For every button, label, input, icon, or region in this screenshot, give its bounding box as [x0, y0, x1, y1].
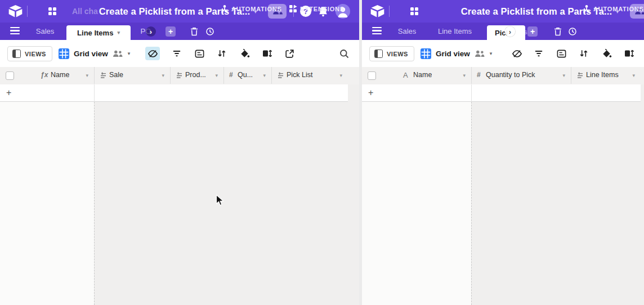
column-header-row: ƒx Name ▾ Sale ▾ Prod... ▾ # Qu... ▾ — [0, 67, 359, 85]
linked-record-icon — [176, 72, 183, 79]
grid-view-icon — [59, 48, 69, 59]
tab-scroll-right-button[interactable]: › — [505, 26, 515, 37]
column-caret-icon[interactable]: ▾ — [632, 73, 635, 78]
mouse-cursor — [216, 194, 225, 207]
view-toolbar: VIEWS Grid view ▾ — [0, 40, 359, 68]
automations-button[interactable]: AUTOMATIONS — [221, 0, 282, 17]
number-icon: # — [229, 71, 233, 79]
select-all-checkbox[interactable] — [6, 71, 14, 80]
hide-fields-button[interactable] — [145, 47, 160, 60]
column-header-line-items[interactable]: Line Items ▾ — [571, 67, 641, 84]
column-header-quantity[interactable]: # Qu... ▾ — [223, 67, 272, 84]
trash-icon[interactable] — [190, 27, 198, 36]
collaborators-icon — [113, 50, 123, 57]
side-panel-icon — [374, 50, 383, 58]
grid-rows-area: + — [362, 84, 644, 102]
eye-slash-icon — [512, 48, 522, 59]
column-caret-icon[interactable]: ▾ — [463, 73, 466, 78]
apps-grid-icon[interactable] — [410, 7, 418, 15]
share-view-button[interactable] — [282, 47, 297, 60]
group-icon — [556, 48, 567, 59]
column-header-quantity-to-pick[interactable]: # Quantity to Pick ▾ — [471, 67, 571, 84]
column-caret-icon[interactable]: ▾ — [562, 73, 565, 78]
column-caret-icon[interactable]: ▾ — [339, 73, 342, 78]
hide-fields-button[interactable] — [509, 47, 524, 60]
column-caret-icon[interactable]: ▾ — [86, 73, 88, 78]
trash-icon[interactable] — [554, 27, 562, 36]
header-divider — [27, 6, 28, 17]
linked-record-icon — [100, 72, 107, 79]
column-header-row: A Name ▾ # Quantity to Pick ▾ Line Items… — [362, 67, 644, 85]
sidebar-menu-icon[interactable] — [10, 27, 20, 34]
grid-empty-area — [0, 102, 359, 305]
sort-button[interactable] — [576, 47, 591, 60]
sort-icon — [217, 48, 227, 59]
add-row[interactable] — [0, 84, 348, 102]
color-button[interactable] — [237, 47, 252, 60]
group-button[interactable] — [192, 47, 207, 60]
column-caret-icon[interactable]: ▾ — [263, 73, 266, 78]
filter-button[interactable] — [531, 47, 546, 60]
column-caret-icon[interactable]: ▾ — [215, 73, 218, 78]
view-switcher[interactable]: Grid view ▾ — [59, 40, 130, 67]
group-icon — [194, 48, 205, 59]
side-panel-icon — [12, 50, 21, 58]
add-table-button[interactable]: + — [527, 26, 538, 37]
column-header-product[interactable]: Prod... ▾ — [170, 67, 224, 84]
table-tab-bar: Sales Line Items ▾ PO — [0, 23, 359, 40]
tab-caret-icon[interactable]: ▾ — [117, 30, 120, 35]
search-button[interactable] — [337, 47, 351, 60]
column-header-sale[interactable]: Sale ▾ — [94, 67, 171, 84]
scrollable-pane-background — [94, 102, 359, 305]
tab-scroll-right-button[interactable]: › — [146, 26, 156, 37]
grid-empty-area — [362, 102, 644, 305]
column-header-pick-list[interactable]: Pick List ▾ — [271, 67, 348, 84]
tab-sales[interactable]: Sales — [391, 23, 423, 40]
tab-line-items[interactable]: Line Items ▾ — [66, 25, 131, 40]
grid-rows-area: + — [0, 84, 359, 102]
filter-icon — [172, 48, 182, 59]
add-row-button[interactable]: + — [6, 88, 11, 98]
add-row-button[interactable]: + — [368, 88, 373, 98]
select-all-checkbox[interactable] — [368, 71, 376, 80]
tab-line-items[interactable]: Line Items — [432, 23, 477, 40]
automations-icon — [221, 5, 229, 14]
sidebar-menu-icon[interactable] — [372, 27, 382, 34]
history-icon[interactable] — [205, 27, 214, 36]
row-height-button[interactable] — [621, 47, 636, 60]
history-icon[interactable] — [568, 27, 577, 36]
group-button[interactable] — [554, 47, 569, 60]
collaborators-icon — [475, 50, 485, 57]
color-button[interactable] — [599, 47, 614, 60]
column-header-name[interactable]: A Name ▾ — [362, 67, 472, 84]
views-toggle-button[interactable]: VIEWS — [7, 46, 52, 61]
view-switcher[interactable]: Grid view ▾ — [421, 40, 492, 67]
column-header-name[interactable]: ƒx Name ▾ — [0, 67, 95, 84]
automations-icon — [583, 5, 591, 14]
add-row[interactable] — [362, 84, 641, 102]
filter-icon — [534, 48, 544, 59]
sort-button[interactable] — [214, 47, 229, 60]
tab-sales[interactable]: Sales — [29, 23, 61, 40]
linked-record-icon — [576, 72, 584, 79]
automations-button[interactable]: AUTOMATIONS — [583, 0, 644, 17]
header-filler — [641, 67, 644, 84]
number-icon: # — [477, 71, 481, 79]
views-toggle-button[interactable]: VIEWS — [369, 46, 414, 61]
view-name: Grid view — [436, 50, 470, 58]
add-table-button[interactable]: + — [166, 26, 176, 37]
header-filler — [348, 67, 359, 84]
filter-button[interactable] — [169, 47, 184, 60]
airtable-window-right: Create a Picklist from a Parts Ta... ▾ S… — [362, 0, 644, 305]
share-arrow-icon — [284, 48, 295, 59]
apps-grid-icon[interactable] — [48, 7, 56, 15]
column-caret-icon[interactable]: ▾ — [162, 73, 164, 78]
frozen-pane-background — [362, 102, 471, 305]
ghost-status-text: All cha — [72, 7, 98, 16]
airtable-logo-icon[interactable] — [8, 5, 23, 18]
airtable-logo-icon[interactable] — [370, 5, 385, 18]
grid-view-icon — [421, 48, 431, 59]
extensions-button[interactable]: EXTENSIONS — [289, 0, 345, 17]
row-height-button[interactable] — [260, 47, 274, 60]
view-caret-icon: ▾ — [128, 51, 131, 56]
